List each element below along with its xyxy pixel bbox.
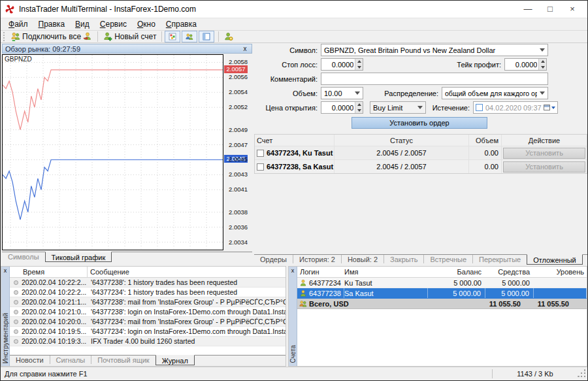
- stop-loss-input[interactable]: [321, 59, 355, 70]
- tab-symbols[interactable]: Символы: [2, 252, 45, 261]
- order-type-select[interactable]: Buy Limit: [370, 101, 426, 114]
- market-watch-toggle-button[interactable]: [165, 31, 180, 42]
- spin-down-icon[interactable]: [355, 65, 363, 71]
- column-header-message[interactable]: Сообщение: [87, 267, 286, 277]
- take-profit-spin-buttons[interactable]: [538, 59, 546, 70]
- spin-up-icon[interactable]: [355, 102, 363, 108]
- log-message: '64377238': 1 history trades has been re…: [87, 278, 286, 286]
- tab-journal[interactable]: Журнал: [155, 355, 195, 365]
- tab-news[interactable]: Новости: [10, 356, 50, 364]
- resize-grip[interactable]: [578, 369, 587, 378]
- tab-modify[interactable]: Изменить: [583, 255, 588, 263]
- open-price-spin-buttons[interactable]: [355, 102, 363, 113]
- distribution-select[interactable]: общий объем для каждого ордера: [442, 87, 548, 99]
- accounts-side-strip: x Счета: [289, 267, 297, 366]
- set-order-button[interactable]: Установить: [503, 148, 585, 159]
- column-header-level[interactable]: Уровень: [534, 268, 587, 276]
- expiry-checkbox[interactable]: [476, 104, 483, 111]
- log-time: 2020.02.04 10:19:5...: [22, 327, 87, 335]
- row-checkbox[interactable]: [257, 163, 264, 171]
- chart-symbol-label: GBPNZD: [5, 56, 32, 63]
- tab-tick-chart[interactable]: Тиковый график: [45, 252, 112, 262]
- column-header-status[interactable]: Статус: [334, 135, 468, 146]
- column-header-volume[interactable]: Объем: [468, 135, 501, 146]
- tab-overlapped[interactable]: Перекрытые: [472, 255, 527, 263]
- journal-row: 2020.02.04 10:22:2...'64377234': 1 histo…: [10, 288, 286, 297]
- menu-help[interactable]: Справка: [161, 19, 202, 29]
- column-header-name[interactable]: Имя: [344, 268, 428, 276]
- journal-panel-label: Инструментарий: [2, 313, 9, 363]
- log-entry-icon: [14, 320, 18, 324]
- spin-up-icon[interactable]: [539, 59, 546, 65]
- open-price-input[interactable]: [321, 102, 355, 113]
- tab-counter[interactable]: Встречные: [423, 255, 472, 263]
- menu-edit[interactable]: Правка: [33, 19, 71, 29]
- trade-tabs: Ордеры История: 2 Новый: 2 Закрыть Встре…: [254, 254, 587, 265]
- menu-file[interactable]: Файл: [3, 19, 33, 29]
- market-watch-tabs: Символы Тиковый график: [2, 252, 252, 263]
- column-header-balance[interactable]: Баланс: [428, 268, 485, 276]
- terminal-panel-toggle-button[interactable]: [199, 31, 214, 42]
- account-name: Sa Kasut: [344, 288, 428, 298]
- new-account-button[interactable]: Новый счет: [101, 31, 159, 42]
- market-watch-header[interactable]: Обзор рынка: 09:27:59 x: [2, 44, 252, 54]
- y-axis-tick: 2.0047: [229, 141, 248, 148]
- set-order-button[interactable]: Установить: [503, 161, 585, 173]
- expiry-date-field[interactable]: 04.02.2020 09:37: [473, 101, 558, 114]
- tab-orders[interactable]: Ордеры: [254, 255, 293, 263]
- y-axis-tick: 2.0041: [229, 186, 248, 193]
- ask-price-tag: 2.0057: [224, 65, 248, 73]
- take-profit-stepper: [504, 58, 547, 71]
- menu-window[interactable]: Окно: [132, 19, 161, 29]
- spin-up-icon[interactable]: [355, 59, 363, 65]
- calendar-dropdown-button[interactable]: [544, 105, 555, 110]
- tab-history[interactable]: История: 2: [293, 255, 341, 263]
- account-row-selected[interactable]: 64377238 Sa Kasut 5 000.00 5 000.00: [297, 288, 587, 299]
- tab-mailbox[interactable]: Почтовый ящик: [91, 356, 155, 364]
- symbol-select[interactable]: GBPNZD, Great Britain Pound vs New Zeala…: [321, 44, 548, 56]
- tick-chart[interactable]: GBPNZD: [2, 54, 223, 250]
- y-axis-tick: 2.0043: [229, 171, 248, 178]
- tab-pending[interactable]: Отложенный: [527, 254, 583, 265]
- volume-select[interactable]: 10.00: [321, 87, 363, 99]
- column-header-equity[interactable]: Средства: [485, 268, 534, 276]
- market-watch-close-icon[interactable]: x: [241, 45, 249, 52]
- market-watch-icon: [169, 33, 176, 41]
- take-profit-input[interactable]: [505, 59, 538, 70]
- maximize-button[interactable]: □: [539, 3, 561, 16]
- minimize-button[interactable]: —: [517, 3, 539, 16]
- tab-close[interactable]: Закрыть: [384, 255, 423, 263]
- accounts-panel-toggle-button[interactable]: [182, 31, 197, 42]
- column-header-action[interactable]: Действие: [501, 135, 587, 146]
- connect-all-label: Подключить все: [22, 32, 81, 41]
- menu-service[interactable]: Сервис: [95, 19, 132, 29]
- tab-signals[interactable]: Сигналы: [50, 356, 91, 364]
- column-header-time[interactable]: Время: [10, 268, 87, 276]
- accounts-header: Логин Имя Баланс Средства Уровень: [297, 267, 587, 278]
- table-row: 64377238, Sa Kasut 2.0045 / 2.0057 0.00 …: [255, 159, 587, 173]
- row-checkbox[interactable]: [257, 150, 264, 157]
- calendar-icon: [544, 105, 550, 110]
- connect-all-button[interactable]: Подключить все: [8, 31, 95, 42]
- accounts-panel: x Счета Логин Имя Баланс Средства Уровен…: [288, 266, 587, 367]
- close-button[interactable]: ×: [561, 3, 583, 16]
- place-order-button[interactable]: Установить ордер: [351, 117, 487, 129]
- volume-label: Объем:: [254, 90, 321, 97]
- account-settings-button[interactable]: [221, 31, 236, 42]
- column-header-login[interactable]: Логин: [297, 268, 344, 276]
- stop-loss-spin-buttons[interactable]: [355, 59, 363, 70]
- tab-new[interactable]: Новый: 2: [341, 255, 384, 263]
- account-row[interactable]: 64377234 Ku Tasut 5 000.00 5 000.00: [297, 278, 587, 288]
- take-profit-label: Тейк профит:: [363, 61, 504, 69]
- y-axis-tick: 2.0034: [229, 239, 248, 246]
- accounts-close-icon[interactable]: x: [291, 267, 295, 274]
- journal-close-icon[interactable]: x: [4, 267, 7, 274]
- distribution-label: Распределение:: [363, 90, 442, 97]
- spin-down-icon[interactable]: [355, 108, 363, 114]
- column-header-account[interactable]: Счет: [255, 137, 334, 144]
- comment-input[interactable]: [321, 73, 548, 85]
- total-equity: 11 055.50: [525, 300, 573, 308]
- spin-down-icon[interactable]: [539, 65, 546, 71]
- total-balance: 11 055.50: [467, 300, 525, 308]
- menu-view[interactable]: Вид: [70, 19, 95, 29]
